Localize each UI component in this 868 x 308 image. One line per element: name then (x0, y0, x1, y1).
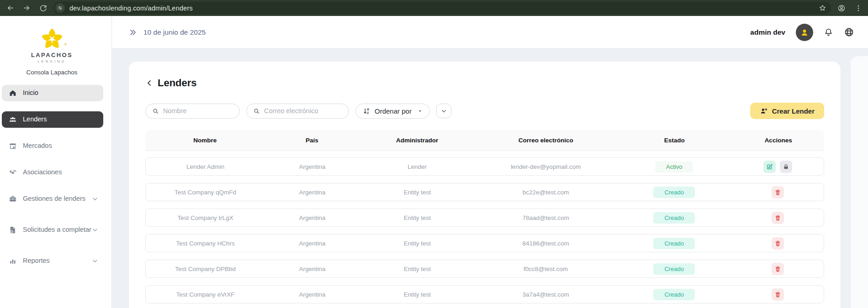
column-header: Correo electrónico (475, 137, 616, 144)
cell-administrador: Lender (359, 163, 475, 170)
sidebar-item-inicio[interactable]: Inicio (2, 85, 103, 101)
table-row: Lender AdminArgentinaLenderlender-dev@yo… (145, 157, 824, 176)
delete-icon (774, 291, 781, 298)
cell-administrador: Entity test (359, 266, 475, 272)
cell-correo: 84186@test.com (475, 240, 616, 247)
table-row: Test Company eVrXFArgentinaEntity test3a… (145, 285, 824, 303)
status-badge: Creado (653, 212, 695, 224)
email-search-field[interactable] (246, 104, 349, 119)
right-panel-edge (851, 56, 868, 308)
sidebar-item-label: Asociaciones (23, 168, 62, 177)
person-icon (799, 27, 810, 37)
back-button[interactable] (6, 4, 14, 12)
column-header: Estado (616, 137, 732, 144)
language-globe-icon[interactable] (844, 27, 854, 37)
cell-acciones (732, 263, 824, 275)
cell-estado: Creado (616, 212, 732, 224)
sidebar-item-lenders[interactable]: Lenders (2, 111, 103, 128)
address-bar[interactable]: dev.lapachoslending.com/admin/Lenders (53, 2, 831, 14)
cell-acciones (732, 186, 824, 198)
lock-button[interactable] (780, 161, 792, 173)
store-icon (9, 142, 17, 150)
filter-bar: Ordenar por Crear Lender (145, 103, 824, 119)
users-icon (9, 115, 17, 124)
date-text: 10 de junio de 2025 (143, 28, 206, 37)
sidebar-item-label: Mercados (23, 141, 52, 151)
caret-down-icon (418, 109, 423, 114)
table-row: Test Company trLgXArgentinaEntity test78… (145, 209, 824, 227)
cell-pais: Argentina (265, 189, 359, 196)
cell-pais: Argentina (265, 163, 359, 170)
delete-button[interactable] (772, 288, 784, 301)
sort-by-button[interactable]: Ordenar por (355, 104, 430, 119)
sidebar-collapse-toggle[interactable] (129, 28, 137, 37)
sidebar-item-solicitudes-a-completar[interactable]: Solicitudes a completar (2, 217, 103, 243)
cell-estado: Creado (616, 289, 732, 300)
delete-button[interactable] (772, 186, 784, 198)
bookmark-star-icon[interactable] (819, 4, 826, 12)
browser-menu-icon[interactable] (854, 4, 863, 12)
sidebar-item-reportes[interactable]: Reportes (2, 253, 103, 269)
chevron-down-icon (91, 195, 99, 203)
cell-correo: lender-dev@yopmail.com (475, 163, 616, 170)
edit-button[interactable] (763, 161, 776, 173)
cell-nombre: Test Company DPBbd (146, 266, 265, 272)
column-header: País (265, 137, 360, 144)
table-row: Test Company qQmFdArgentinaEntity testbc… (145, 183, 824, 201)
email-search-input[interactable] (264, 107, 342, 115)
lenders-table: Lender AdminArgentinaLenderlender-dev@yo… (145, 157, 824, 303)
sidebar-item-label: Reportes (23, 256, 50, 266)
avatar[interactable] (796, 24, 813, 41)
forward-button[interactable] (23, 4, 31, 12)
name-search-input[interactable] (163, 107, 233, 115)
cell-correo: 3a7a4@test.com (475, 291, 616, 298)
cell-nombre: Test Company eVrXF (146, 291, 265, 298)
delete-button[interactable] (772, 237, 784, 250)
lapachos-flower-icon (40, 28, 64, 51)
cell-pais: Argentina (265, 291, 359, 298)
delete-button[interactable] (772, 263, 784, 275)
column-header: Administrador (359, 137, 475, 144)
cell-estado: Activo (616, 161, 732, 172)
edit-icon (766, 163, 773, 170)
cell-correo: bc22e@test.com (475, 189, 616, 196)
sidebar-item-label: Inicio (23, 89, 38, 98)
sidebar-nav: InicioLendersMercadosAsociacionesGestion… (0, 85, 111, 269)
console-caption: Consola Lapachos (0, 69, 104, 76)
handshake-icon (9, 168, 17, 177)
cell-estado: Creado (616, 238, 732, 249)
name-search-field[interactable] (145, 104, 240, 119)
tune-icon (57, 5, 63, 11)
sort-alpha-icon (363, 107, 370, 115)
chevron-down-icon (91, 226, 99, 234)
reload-button[interactable] (39, 4, 47, 12)
cell-acciones (732, 237, 824, 250)
sidebar: ® LAPACHOS LENDING Consola Lapachos Inic… (0, 16, 112, 308)
sidebar-item-asociaciones[interactable]: Asociaciones (2, 164, 103, 181)
status-badge: Creado (653, 289, 695, 300)
browser-profile-icon[interactable] (837, 4, 846, 12)
site-info-button[interactable] (55, 3, 65, 13)
lock-icon (783, 163, 789, 170)
expand-filters-button[interactable] (436, 104, 451, 118)
sidebar-item-label: Solicitudes a completar (23, 225, 91, 235)
url-text: dev.lapachoslending.com/admin/Lenders (69, 5, 193, 12)
delete-button[interactable] (772, 212, 784, 224)
briefcase-icon (9, 195, 17, 203)
cell-administrador: Entity test (359, 291, 475, 298)
column-header: Acciones (732, 137, 824, 144)
cell-estado: Creado (616, 187, 732, 198)
delete-icon (774, 189, 781, 196)
create-lender-button[interactable]: Crear Lender (750, 103, 824, 119)
sidebar-item-gestiones-de-lenders[interactable]: Gestiones de lenders (2, 191, 103, 207)
chevron-down-icon (440, 108, 447, 115)
cell-acciones (732, 161, 824, 173)
brand-logo: ® LAPACHOS LENDING (0, 16, 104, 63)
chart-icon (9, 257, 17, 265)
sidebar-item-mercados[interactable]: Mercados (2, 138, 103, 154)
back-chevron-icon[interactable] (145, 79, 153, 87)
status-badge: Activo (655, 161, 693, 172)
cell-nombre: Test Company HChrs (146, 240, 265, 247)
notifications-bell-icon[interactable] (824, 27, 833, 37)
cell-nombre: Test Company qQmFd (146, 189, 265, 196)
